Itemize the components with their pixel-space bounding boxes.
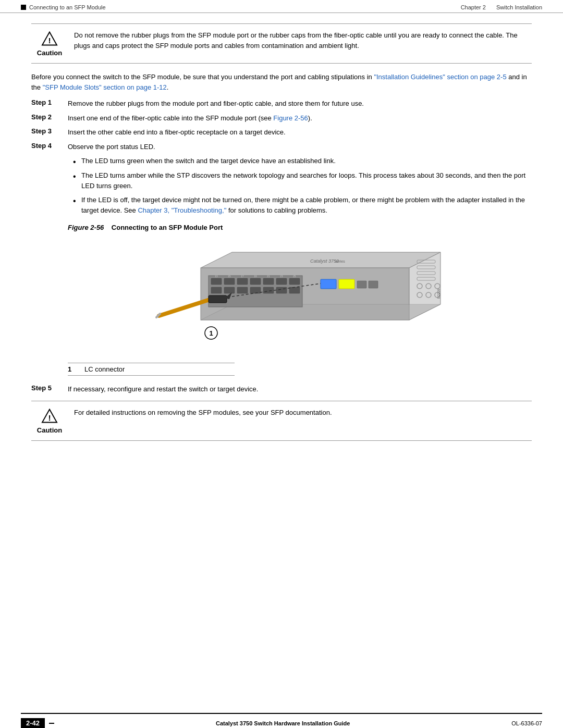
svg-text:23: 23	[280, 275, 283, 278]
header-section-title: Connecting to an SFP Module	[29, 4, 106, 10]
svg-text:Catalyst 3750: Catalyst 3750	[310, 258, 339, 264]
step-2-text: Insert one end of the fiber-optic cable …	[68, 114, 273, 122]
svg-text:25: 25	[293, 275, 296, 278]
step-4-content: Observe the port status LED.	[68, 142, 532, 152]
svg-rect-30	[321, 279, 336, 289]
bullet-dot-1: •	[73, 158, 77, 166]
svg-rect-13	[289, 278, 300, 285]
header-icon	[21, 5, 26, 10]
svg-text:86550: 86550	[437, 289, 440, 299]
caution-icon-col-2: ! Caution	[31, 408, 68, 434]
svg-rect-9	[237, 278, 248, 285]
svg-rect-8	[224, 278, 235, 285]
step-2-link[interactable]: Figure 2-56	[273, 114, 308, 122]
bullet-item-2: • The LED turns amber while the STP disc…	[73, 170, 532, 191]
legend-row-1: 1 LC connector	[68, 363, 235, 376]
bullet-dot-3: •	[73, 197, 77, 205]
svg-rect-12	[276, 278, 287, 285]
svg-rect-19	[276, 287, 287, 293]
step-row-1: Step 1 Remove the rubber plugs from the …	[31, 98, 532, 109]
intro-text-before: Before you connect the switch to the SFP…	[31, 73, 374, 81]
step-3-content: Insert the other cable end into a fiber-…	[68, 127, 532, 138]
footer-right: OL-6336-07	[511, 720, 542, 726]
page-header: Connecting to an SFP Module Chapter 2 Sw…	[0, 0, 563, 13]
svg-rect-32	[357, 281, 366, 288]
intro-text-end: .	[167, 83, 169, 91]
svg-rect-7	[211, 278, 222, 285]
svg-text:15: 15	[228, 275, 231, 278]
bullet-text-3: If the LED is off, the target device mig…	[81, 195, 532, 215]
svg-rect-11	[263, 278, 274, 285]
figure-title: Connecting to an SFP Module Port	[112, 224, 223, 231]
caution-text-1: Do not remove the rubber plugs from the …	[74, 30, 532, 51]
caution-label-2: Caution	[37, 426, 62, 434]
svg-rect-20	[289, 287, 300, 293]
svg-rect-33	[369, 281, 378, 288]
warning-triangle-icon: !	[41, 31, 58, 46]
header-chapter: Chapter 2	[461, 4, 486, 10]
bullet-item-3: • If the LED is off, the target device m…	[73, 195, 532, 215]
step-3-label: Step 3	[31, 127, 68, 135]
step-row-5: Step 5 If necessary, reconfigure and res…	[31, 384, 532, 394]
figure-legend: 1 LC connector	[68, 363, 235, 376]
caution-block-1: ! Caution Do not remove the rubber plugs…	[31, 23, 532, 64]
caution-row-2: ! Caution For detailed instructions on r…	[31, 408, 532, 434]
svg-rect-14	[211, 287, 222, 293]
svg-text:1: 1	[209, 329, 213, 337]
page-footer: 2-42 Catalyst 3750 Switch Hardware Insta…	[21, 713, 542, 728]
svg-text:!: !	[48, 413, 51, 422]
figure-image-container: 13 15 17 19 21 23 25 Catalyst 3750 serie…	[68, 237, 532, 356]
main-content: ! Caution Do not remove the rubber plugs…	[0, 13, 563, 713]
figure-caption: Figure 2-56 Connecting to an SFP Module …	[68, 224, 532, 231]
step-4-label: Step 4	[31, 142, 68, 150]
legend-num-1: 1	[68, 365, 78, 373]
figure-section: Figure 2-56 Connecting to an SFP Module …	[68, 224, 532, 376]
svg-rect-31	[339, 279, 354, 289]
caution-label-1: Caution	[37, 49, 62, 57]
header-left: Connecting to an SFP Module	[21, 4, 106, 10]
footer-divider	[49, 723, 54, 724]
svg-text:17: 17	[241, 275, 244, 278]
svg-rect-46	[209, 295, 227, 303]
step-row-4: Step 4 Observe the port status LED.	[31, 142, 532, 152]
step-2-text-after: ).	[308, 114, 312, 122]
caution-row-1: ! Caution Do not remove the rubber plugs…	[31, 30, 532, 57]
step-2-label: Step 2	[31, 113, 68, 121]
svg-text:19: 19	[254, 275, 257, 278]
step-1-content: Remove the rubber plugs from the module …	[68, 98, 532, 109]
svg-rect-15	[224, 287, 235, 293]
svg-text:series: series	[335, 260, 345, 263]
step-5-content: If necessary, reconfigure and restart th…	[68, 384, 532, 394]
switch-illustration-svg: 13 15 17 19 21 23 25 Catalyst 3750 serie…	[149, 237, 451, 356]
intro-link-2[interactable]: "SFP Module Slots" section on page 1-12	[43, 83, 167, 91]
intro-paragraph: Before you connect the switch to the SFP…	[31, 72, 532, 92]
steps-section: Step 1 Remove the rubber plugs from the …	[31, 98, 532, 394]
step-5-label: Step 5	[31, 384, 68, 392]
header-right: Chapter 2 Switch Installation	[461, 4, 542, 10]
bullet-list: • The LED turns green when the switch an…	[73, 156, 532, 215]
footer-center: Catalyst 3750 Switch Hardware Installati…	[216, 720, 350, 726]
step-row-2: Step 2 Insert one end of the fiber-optic…	[31, 113, 532, 124]
svg-rect-17	[250, 287, 261, 293]
page-number: 2-42	[21, 718, 45, 728]
legend-text-1: LC connector	[84, 365, 125, 373]
caution-icon-col-1: ! Caution	[31, 30, 68, 57]
bullet-text-1: The LED turns green when the switch and …	[81, 156, 336, 166]
bullet-3-link[interactable]: Chapter 3, "Troubleshooting,"	[138, 206, 226, 214]
svg-rect-18	[263, 287, 274, 293]
caution-block-2: ! Caution For detailed instructions on r…	[31, 401, 532, 441]
step-row-3: Step 3 Insert the other cable end into a…	[31, 127, 532, 138]
svg-rect-16	[237, 287, 248, 293]
figure-number: Figure 2-56	[68, 224, 104, 231]
bullet-item-1: • The LED turns green when the switch an…	[73, 156, 532, 166]
footer-left: 2-42	[21, 718, 54, 728]
bullet-3-text-after: for solutions to cabling problems.	[226, 206, 327, 214]
header-title: Switch Installation	[496, 4, 542, 10]
step-1-label: Step 1	[31, 98, 68, 106]
intro-link-1[interactable]: "Installation Guidelines" section on pag…	[374, 73, 506, 81]
step-2-content: Insert one end of the fiber-optic cable …	[68, 113, 532, 124]
footer-center-text: Catalyst 3750 Switch Hardware Installati…	[216, 720, 350, 726]
svg-text:!: !	[48, 36, 51, 45]
svg-text:13: 13	[215, 275, 218, 278]
bullet-dot-2: •	[73, 172, 77, 181]
